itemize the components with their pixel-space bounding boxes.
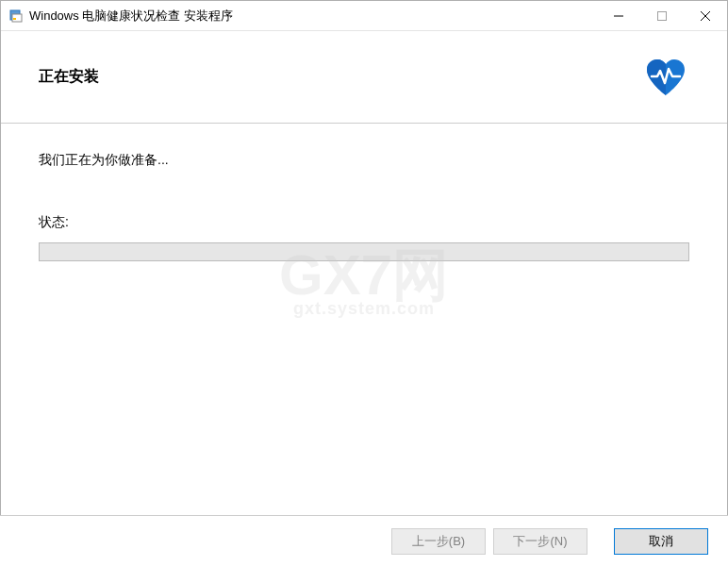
close-button[interactable] (684, 1, 727, 30)
progress-bar (39, 242, 689, 261)
content-area: 我们正在为你做准备... 状态: (1, 124, 727, 290)
minimize-button[interactable] (597, 1, 640, 30)
maximize-button (640, 1, 684, 30)
page-title: 正在安装 (39, 67, 99, 87)
window-title: Windows 电脑健康状况检查 安装程序 (29, 8, 597, 25)
footer-area: 上一步(B) 下一步(N) 取消 (0, 515, 728, 566)
header-area: 正在安装 (1, 31, 727, 124)
next-button: 下一步(N) (493, 528, 587, 555)
titlebar: Windows 电脑健康状况检查 安装程序 (1, 1, 727, 31)
svg-rect-2 (13, 18, 16, 20)
preparing-message: 我们正在为你做准备... (39, 152, 689, 169)
window-controls (597, 1, 727, 30)
svg-rect-4 (658, 11, 667, 20)
heart-pulse-icon (642, 58, 689, 97)
cancel-button[interactable]: 取消 (614, 528, 708, 555)
installer-icon (8, 8, 24, 24)
back-button: 上一步(B) (391, 528, 486, 555)
status-label: 状态: (39, 214, 689, 231)
